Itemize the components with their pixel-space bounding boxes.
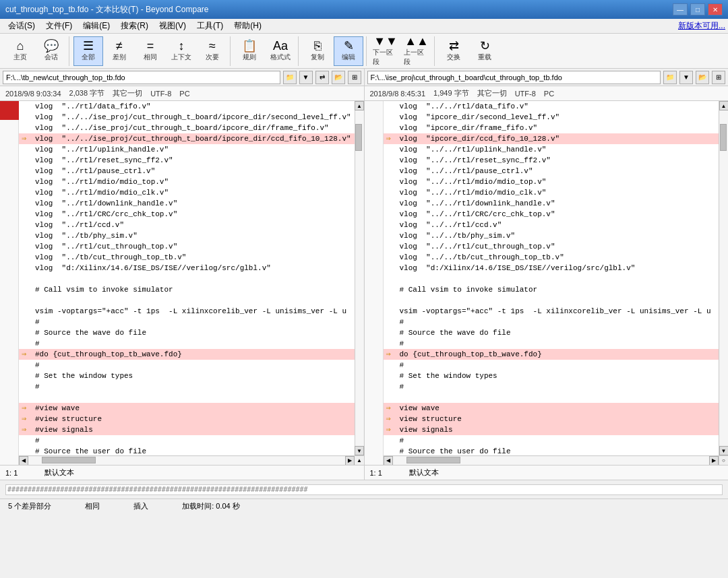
table-row: # [19, 317, 355, 327]
close-button[interactable]: ✕ [708, 3, 723, 15]
next-section-button[interactable]: ▼▼ 下一区段 [371, 36, 400, 66]
copy-button[interactable]: ⎘ 复制 [303, 36, 332, 66]
table-row: vlog "../rtl/cut_through_top.v" [19, 241, 355, 252]
right-vscrollbar[interactable]: ▲ ▼ ○ [719, 101, 728, 465]
right-vscroll-extra: ○ [719, 455, 729, 465]
left-vscroll-extra-up[interactable]: ▲ [355, 455, 364, 465]
right-vscroll-track [720, 110, 728, 446]
right-change-indicator [365, 101, 384, 465]
line-text: # Source the user do file [397, 446, 511, 455]
left-hscroll-left[interactable]: ◀ [19, 456, 28, 465]
same-button[interactable]: = 相同 [135, 36, 165, 66]
table-row: vlog "ipcore_dir/second_level_ff.v" [384, 112, 719, 123]
line-text: #view signals [32, 424, 93, 435]
right-path-input[interactable] [367, 71, 661, 84]
change-arrow-icon: ⇒ [22, 349, 32, 360]
same-icon: = [147, 40, 154, 52]
right-hscroll-thumb[interactable] [406, 457, 460, 463]
left-path-swap-btn[interactable]: ⇄ [315, 71, 329, 84]
toolbar-nav-group: ⌂ 主页 💬 会话 [3, 36, 69, 66]
right-path-more-btn[interactable]: ⊞ [712, 71, 725, 84]
all-icon: ☰ [83, 40, 94, 52]
home-button[interactable]: ⌂ 主页 [5, 36, 35, 66]
table-row: vlog "../../tb/phy_sim.v" [384, 230, 719, 241]
line-text: # [32, 338, 40, 349]
line-text: # [32, 381, 40, 392]
edit-button[interactable]: ✎ 编辑 [334, 36, 363, 66]
left-hscroll-thumb[interactable] [42, 457, 96, 463]
left-size: 2,038 字节 [69, 88, 105, 98]
menu-search[interactable]: 搜索(R) [115, 19, 154, 33]
right-hscrollbar[interactable]: ◀ ▶ [384, 455, 719, 465]
line-text: do {cut_through_top_tb_wave.fdo} [397, 349, 542, 360]
menu-view[interactable]: 视图(V) [154, 19, 191, 33]
line-text: # [397, 360, 404, 371]
context-icon: ↕ [179, 40, 185, 52]
menu-edit[interactable]: 编辑(E) [78, 19, 115, 33]
menu-tools[interactable]: 工具(T) [191, 19, 229, 33]
change-arrow-icon: ⇒ [22, 424, 32, 435]
session-button[interactable]: 💬 会话 [36, 36, 66, 66]
table-row: # [384, 360, 719, 371]
change-arrow-icon: ⇒ [386, 349, 397, 360]
context-button[interactable]: ↕ 上下文 [166, 36, 196, 66]
table-row: vlog "ipcore_dir/frame_fifo.v" [384, 123, 719, 133]
left-vscroll-thumb[interactable] [355, 124, 362, 151]
right-hscroll-right[interactable]: ▶ [709, 456, 719, 465]
table-row: vlog "../../tb/cut_through_top_tb.v" [384, 252, 719, 263]
prev-section-button[interactable]: ▲▲ 上一区段 [402, 36, 431, 66]
menu-file[interactable]: 文件(F) [40, 19, 78, 33]
left-path-input[interactable] [3, 71, 280, 84]
left-vscroll-up[interactable]: ▲ [355, 101, 364, 110]
right-diff-content[interactable]: vlog "../../rtl/data_fifo.v" vlog "ipcor… [384, 101, 719, 455]
maximize-button[interactable]: □ [690, 3, 705, 15]
new-version-notice[interactable]: 新版本可用... [678, 20, 725, 32]
left-diff-content[interactable]: vlog "../rtl/data_fifo.v" vlog "../../is… [19, 101, 355, 455]
diff-count: 5 个差异部分 [8, 501, 51, 511]
right-path-open-btn[interactable]: 📂 [696, 71, 709, 84]
minimize-button[interactable]: — [673, 3, 688, 15]
right-vscroll-up[interactable]: ▲ [719, 101, 729, 110]
right-path-arrow-btn[interactable]: ▼ [679, 71, 693, 84]
left-path-more-btn[interactable]: ⊞ [348, 71, 361, 84]
left-vscroll-down[interactable]: ▼ [355, 446, 364, 455]
right-hscroll-left[interactable]: ◀ [384, 456, 393, 465]
table-row: ⇒#view structure [19, 414, 355, 424]
minor-button[interactable]: ≈ 次要 [198, 36, 227, 66]
table-row: vlog "../tb/cut_through_top_tb.v" [19, 252, 355, 263]
line-text: #view structure [32, 414, 102, 424]
toolbar: ⌂ 主页 💬 会话 ☰ 全部 ≠ 差别 = 相同 ↕ 上下文 ≈ 次要 [0, 34, 728, 69]
right-vscroll-down[interactable]: ▼ [719, 446, 729, 455]
right-position-bar: 1: 1 默认文本 [365, 465, 729, 480]
toolbar-copy-group: ⎘ 复制 ✎ 编辑 [300, 36, 367, 66]
change-arrow-icon: ⇒ [386, 133, 397, 144]
line-text: vlog "../../ise_proj/cut_through_t_board… [32, 123, 329, 133]
menu-help[interactable]: 帮助(H) [229, 19, 267, 33]
format-label: 格式式 [270, 53, 291, 62]
rules-button[interactable]: 📋 规则 [235, 36, 264, 66]
toolbar-rules-group: 📋 规则 Aa 格式式 [232, 36, 299, 66]
swap-icon: ⇄ [449, 40, 459, 52]
table-row: ⇒do {cut_through_top_tb_wave.fdo} [384, 349, 719, 360]
diff-button[interactable]: ≠ 差别 [104, 36, 134, 66]
left-hscrollbar[interactable]: ◀ ▶ [19, 455, 355, 465]
left-path-open-btn[interactable]: 📂 [332, 71, 345, 84]
left-path-folder-btn[interactable]: 📁 [283, 71, 297, 84]
table-row: # [384, 435, 719, 446]
diff-label: 差别 [113, 53, 126, 62]
all-button[interactable]: ☰ 全部 [73, 36, 103, 66]
left-vscrollbar[interactable]: ▲ ▼ ▲ [355, 101, 364, 465]
left-position: 1: 1 [5, 469, 18, 477]
format-button[interactable]: Aa 格式式 [266, 36, 295, 66]
file-paths: 📁 ▼ ⇄ 📂 ⊞ 📁 ▼ 📂 ⊞ [0, 69, 728, 86]
left-file-path: 📁 ▼ ⇄ 📂 ⊞ [0, 69, 365, 86]
right-path-folder-btn[interactable]: 📁 [663, 71, 677, 84]
reload-button[interactable]: ↻ 重载 [470, 36, 499, 66]
line-text: vlog "../../rtl/ccd.v" [397, 220, 502, 230]
home-label: 主页 [13, 53, 27, 62]
left-path-arrow-btn[interactable]: ▼ [299, 71, 313, 84]
right-vscroll-thumb[interactable] [720, 124, 727, 151]
left-hscroll-right[interactable]: ▶ [345, 456, 355, 465]
menu-session[interactable]: 会话(S) [3, 19, 40, 33]
swap-button[interactable]: ⇄ 交换 [439, 36, 468, 66]
